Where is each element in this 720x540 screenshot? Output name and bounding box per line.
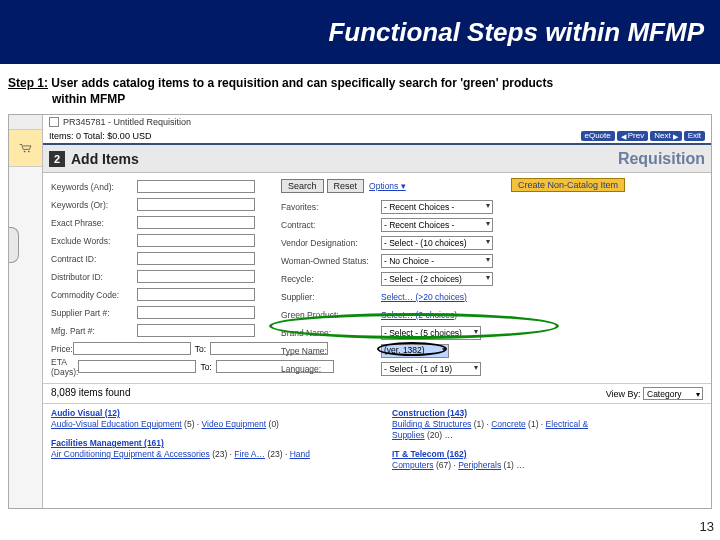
label-commodity: Commodity Code: (51, 290, 137, 300)
items-total: Items: 0 Total: $0.00 USD (49, 131, 151, 141)
cat-peripherals[interactable]: Peripherals (458, 460, 501, 470)
wizard-rail (9, 115, 43, 508)
label-exact: Exact Phrase: (51, 218, 137, 228)
page-number: 13 (700, 519, 714, 534)
create-non-catalog-button[interactable]: Create Non-Catalog Item (511, 178, 625, 192)
label-language: Language: (281, 364, 381, 374)
recycle-select[interactable]: - Select - (2 choices) (381, 272, 493, 286)
label-contract: Contract: (281, 220, 381, 230)
contract-select[interactable]: - Recent Choices - (381, 218, 493, 232)
wizard-cart-icon[interactable] (9, 129, 42, 167)
context-label: Requisition (618, 150, 705, 168)
label-supplier: Supplier: (281, 292, 381, 302)
svg-point-1 (27, 151, 29, 153)
step-text-a: User adds catalog items to a requisition… (51, 76, 553, 90)
cat-computers[interactable]: Computers (392, 460, 434, 470)
label-woman-owned: Woman-Owned Status: (281, 256, 381, 266)
prev-button[interactable]: ◀Prev (617, 131, 648, 141)
step-text-b: within MFMP (8, 92, 712, 106)
cat-hand[interactable]: Hand (290, 449, 310, 459)
brand-select[interactable]: - Select - (5 choices) (381, 326, 481, 340)
equote-button[interactable]: eQuote (581, 131, 615, 141)
label-to-eta: To: (200, 362, 211, 372)
label-keywords-or: Keywords (Or): (51, 200, 137, 210)
label-distributor-id: Distributor ID: (51, 272, 137, 282)
cat-fire[interactable]: Fire A… (234, 449, 265, 459)
cat-construction[interactable]: Construction (143) (392, 408, 467, 418)
mfg-part-input[interactable] (137, 324, 255, 337)
filter-panel: Keywords (And): Keywords (Or): Exact Phr… (43, 173, 711, 384)
section-title: Add Items (71, 151, 139, 167)
favorites-select[interactable]: - Recent Choices - (381, 200, 493, 214)
slide-title: Functional Steps within MFMP (328, 17, 704, 48)
keywords-and-input[interactable] (137, 180, 255, 193)
breadcrumb: PR345781 - Untitled Requisition (43, 115, 711, 129)
cat-building[interactable]: Building & Structures (392, 419, 471, 429)
document-icon (49, 117, 59, 127)
exit-button[interactable]: Exit (684, 131, 705, 141)
type-name-select[interactable]: (ver. 1382) (381, 344, 449, 358)
label-supplier-part: Supplier Part #: (51, 308, 137, 318)
woman-owned-select[interactable]: - No Choice - (381, 254, 493, 268)
supplier-select[interactable]: Select… (>20 choices) (381, 292, 467, 302)
cat-facilities[interactable]: Facilities Management (161) (51, 438, 164, 448)
label-eta: ETA (Days): (51, 357, 78, 377)
green-product-select[interactable]: Select… (2 choices) (381, 310, 457, 320)
price-from-input[interactable] (73, 342, 191, 355)
results-count: 8,089 items found (51, 387, 131, 400)
exact-phrase-input[interactable] (137, 216, 255, 229)
rail-collapse-handle[interactable] (9, 227, 19, 263)
step-number-badge: 2 (49, 151, 65, 167)
distributor-id-input[interactable] (137, 270, 255, 283)
section-header: 2 Add Items Requisition (43, 143, 711, 173)
eta-from-input[interactable] (78, 360, 196, 373)
keywords-or-input[interactable] (137, 198, 255, 211)
exclude-words-input[interactable] (137, 234, 255, 247)
label-vendor-designation: Vendor Designation: (281, 238, 381, 248)
label-to-price: To: (195, 344, 206, 354)
cat-audio-visual[interactable]: Audio Visual (12) (51, 408, 120, 418)
label-contract-id: Contract ID: (51, 254, 137, 264)
cat-ac-equipment[interactable]: Air Conditioning Equipment & Accessories (51, 449, 210, 459)
supplier-part-input[interactable] (137, 306, 255, 319)
contract-id-input[interactable] (137, 252, 255, 265)
cat-video-equipment[interactable]: Video Equipment (202, 419, 267, 429)
cat-av-education[interactable]: Audio-Visual Education Equipment (51, 419, 182, 429)
options-menu[interactable]: Options ▾ (369, 181, 406, 191)
view-by-select[interactable]: Category (643, 387, 703, 400)
label-price: Price: (51, 344, 73, 354)
slide-title-bar: Functional Steps within MFMP (0, 0, 720, 64)
label-mfg-part: Mfg. Part #: (51, 326, 137, 336)
step-label: Step 1: (8, 76, 48, 90)
cat-electrical[interactable]: Electrical & (546, 419, 589, 429)
label-brand-name: Brand Name: (281, 328, 381, 338)
language-select[interactable]: - Select - (1 of 19) (381, 362, 481, 376)
more-dots[interactable]: … (444, 430, 453, 440)
search-button[interactable]: Search (281, 179, 324, 193)
vendor-designation-select[interactable]: - Select - (10 choices) (381, 236, 493, 250)
cat-it-telecom[interactable]: IT & Telecom (162) (392, 449, 466, 459)
label-keywords-and: Keywords (And): (51, 182, 137, 192)
cat-concrete[interactable]: Concrete (491, 419, 526, 429)
breadcrumb-text: PR345781 - Untitled Requisition (63, 117, 191, 127)
label-green-product: Green Product: (281, 310, 381, 320)
label-exclude: Exclude Words: (51, 236, 137, 246)
category-results: Audio Visual (12) Audio-Visual Education… (43, 404, 711, 471)
more-dots-2[interactable]: … (516, 460, 525, 470)
view-by-label: View By: (606, 389, 641, 399)
svg-point-0 (23, 151, 25, 153)
label-recycle: Recycle: (281, 274, 381, 284)
commodity-code-input[interactable] (137, 288, 255, 301)
label-favorites: Favorites: (281, 202, 381, 212)
reset-button[interactable]: Reset (327, 179, 365, 193)
mfmp-screenshot: PR345781 - Untitled Requisition Items: 0… (8, 114, 712, 509)
step-description: Step 1: User adds catalog items to a req… (0, 64, 720, 112)
cat-supplies[interactable]: Supplies (392, 430, 425, 440)
next-button[interactable]: Next▶ (650, 131, 681, 141)
label-type-name: Type Name: (281, 346, 381, 356)
